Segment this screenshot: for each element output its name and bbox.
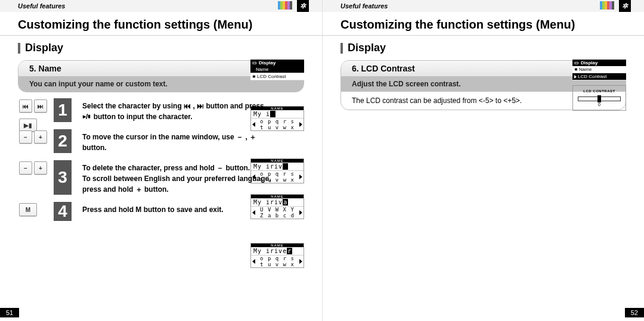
page-right: Useful features ✲ Customizing the functi… — [322, 0, 644, 321]
triangle-icon — [574, 75, 577, 79]
section-label: Display — [25, 42, 63, 54]
display-icon: ▭ — [574, 60, 579, 66]
plus-icon: + — [34, 161, 47, 174]
lcd-contrast-slider[interactable] — [578, 96, 621, 101]
plus-icon: + — [34, 130, 47, 144]
asterisk-icon: ✱ — [574, 67, 578, 72]
mini-display-header: ▭ Display — [572, 60, 626, 66]
step-1: ⏮ ⏭ ▶▮ 1 Select the character by using ⏮… — [54, 98, 271, 122]
header-stripes — [278, 1, 292, 10]
display-icon: ▭ — [252, 60, 257, 66]
lcd-contrast-panel: LCD CONTRAST 0 — [572, 85, 626, 111]
header-stripes — [600, 1, 614, 10]
mini-display-menu: ▭ Display Name ✱ LCD Contrast — [250, 60, 304, 80]
mini-menu-item-lcd[interactable]: LCD Contrast — [572, 73, 626, 80]
step-text: Press and hold M button to save and exit… — [82, 202, 271, 215]
breadcrumb-text: Useful features — [340, 2, 388, 10]
page-title: Customizing the function settings (Menu) — [0, 12, 322, 36]
gear-icon: ✲ — [297, 0, 309, 12]
step-4: M 4 Press and hold M button to save and … — [54, 202, 271, 221]
step-text: Select the character by using ⏮ , ⏭ butt… — [82, 98, 271, 122]
page-title: Customizing the function settings (Menu) — [323, 12, 644, 36]
heading-bar-icon — [340, 43, 343, 54]
section-heading: Display — [0, 36, 322, 54]
breadcrumb: Useful features ✲ — [0, 0, 322, 12]
mini-menu-item-name[interactable]: ✱ Name — [572, 66, 626, 73]
minus-plus-buttons-icon: − + — [19, 130, 47, 144]
minus-icon: − — [19, 130, 32, 144]
gear-icon: ✲ — [619, 0, 631, 12]
breadcrumb: Useful features ✲ — [323, 0, 644, 12]
slider-knob-icon — [597, 95, 601, 102]
section-label: Display — [348, 42, 386, 54]
triangle-icon — [252, 68, 255, 71]
mini-menu-item-name[interactable]: Name — [250, 66, 304, 73]
heading-bar-icon — [18, 43, 20, 54]
asterisk-icon: ✱ — [252, 74, 256, 79]
page-number: 51 — [0, 308, 19, 317]
minus-plus-buttons-icon: − + — [19, 161, 47, 174]
step-text: To delete the character, press and hold … — [82, 160, 271, 195]
step-number: 4 — [54, 202, 72, 221]
mode-button-icon: M — [19, 203, 37, 216]
step-number: 3 — [54, 160, 72, 195]
mini-display-header: ▭ Display — [250, 60, 304, 66]
play-pause-icon: ▶▮ — [19, 119, 37, 132]
minus-icon: − — [19, 161, 32, 174]
breadcrumb-text: Useful features — [18, 2, 65, 10]
step-number: 1 — [54, 98, 72, 122]
page-number: 52 — [625, 308, 644, 317]
name-panel-step4: NAMEMy irivero p q r s t u v w x — [250, 243, 304, 269]
lcd-contrast-value: 0 — [575, 102, 623, 107]
mini-menu-item-lcd[interactable]: ✱ LCD Contrast — [250, 73, 304, 80]
step-3: − + 3 To delete the character, press and… — [54, 160, 271, 195]
section-heading: Display — [323, 36, 644, 54]
mini-display-menu: ▭ Display ✱ Name LCD Contrast LCD CONTRA… — [572, 60, 626, 111]
step-text: To move the cursor in the name window, u… — [82, 129, 271, 153]
step-number: 2 — [54, 129, 72, 153]
rewind-icon: ⏮ — [19, 99, 32, 113]
step-2: − + 2 To move the cursor in the name win… — [54, 129, 271, 153]
prev-next-buttons-icon: ⏮ ⏭ — [19, 99, 47, 113]
forward-icon: ⏭ — [34, 99, 47, 113]
page-left: Useful features ✲ Customizing the functi… — [0, 0, 322, 321]
lcd-contrast-label: LCD CONTRAST — [575, 89, 623, 93]
